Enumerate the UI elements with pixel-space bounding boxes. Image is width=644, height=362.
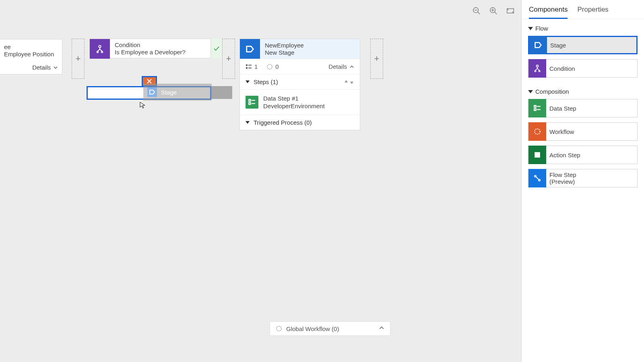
fit-screen-icon[interactable] <box>506 6 515 16</box>
plus-icon: + <box>76 53 81 64</box>
flow-step-label: Flow Step (Preview) <box>546 171 576 185</box>
workflow-count: 0 <box>266 63 279 70</box>
svg-rect-16 <box>246 67 248 69</box>
flow-step-icon <box>528 169 546 187</box>
drop-zone[interactable]: + <box>370 39 383 79</box>
component-workflow[interactable]: Workflow <box>528 122 638 141</box>
tab-properties[interactable]: Properties <box>577 6 608 19</box>
svg-point-12 <box>101 51 103 53</box>
svg-rect-15 <box>246 64 248 66</box>
condition-question: Is Employee a Developer? <box>115 49 186 56</box>
designer-canvas[interactable]: ee Employee Position Details + Condition… <box>0 0 521 362</box>
svg-point-25 <box>537 65 539 67</box>
component-stage[interactable]: Stage <box>528 36 638 54</box>
chevron-up-icon <box>379 325 384 332</box>
svg-point-32 <box>535 129 540 134</box>
svg-rect-20 <box>249 99 251 101</box>
action-step-icon <box>528 146 546 164</box>
stage-title: ee Employee Position <box>0 39 62 58</box>
stage-subtitle: New Stage <box>265 49 304 56</box>
steps-header[interactable]: Steps (1) <box>246 78 278 85</box>
svg-point-27 <box>539 70 540 72</box>
component-action-step[interactable]: Action Step <box>528 146 638 164</box>
side-panel: Components Properties Flow Stage Conditi… <box>521 0 644 362</box>
svg-point-10 <box>99 45 101 47</box>
stage-icon <box>147 87 157 97</box>
svg-line-1 <box>478 12 480 14</box>
component-data-step[interactable]: Data Step <box>528 99 638 117</box>
data-step-icon <box>246 96 258 109</box>
stage-name: NewEmployee <box>265 42 304 49</box>
global-workflow-label: Global Workflow (0) <box>286 325 339 332</box>
condition-label: Condition <box>115 41 186 49</box>
svg-point-24 <box>277 326 281 331</box>
drop-zone[interactable]: + <box>72 39 85 79</box>
zoom-out-icon[interactable] <box>472 6 481 16</box>
svg-rect-21 <box>249 103 251 105</box>
global-workflow-bar[interactable]: Global Workflow (0) <box>270 321 390 336</box>
step-title: Data Step #1 <box>263 95 325 102</box>
stage-icon <box>240 39 260 59</box>
stage-node-expanded[interactable]: NewEmployee New Stage 1 0 Details <box>239 39 360 130</box>
canvas-toolbar <box>472 6 515 16</box>
section-composition[interactable]: Composition <box>522 82 644 99</box>
drag-ghost-label: Stage <box>161 89 177 96</box>
svg-point-19 <box>267 64 272 69</box>
zoom-in-icon[interactable] <box>489 6 498 16</box>
section-flow[interactable]: Flow <box>522 19 644 36</box>
drag-target-highlight: Stage <box>87 86 211 100</box>
step-subtitle: DeveloperEnvironment <box>263 102 325 110</box>
svg-point-11 <box>97 51 99 53</box>
triggered-process-header[interactable]: Triggered Process (0) <box>246 119 312 126</box>
details-toggle[interactable]: Details <box>328 63 354 70</box>
details-toggle[interactable]: Details <box>32 64 58 71</box>
drop-zone[interactable]: + <box>222 39 235 79</box>
stage-node-partial[interactable]: ee Employee Position Details <box>0 39 62 74</box>
component-condition[interactable]: Condition <box>528 59 638 78</box>
condition-node[interactable]: Condition Is Employee a Developer? <box>89 39 211 58</box>
data-step-icon <box>528 99 546 117</box>
stage-icon <box>529 36 547 54</box>
cursor-icon <box>139 101 147 110</box>
svg-rect-28 <box>534 105 536 107</box>
condition-true-indicator <box>211 39 222 58</box>
svg-rect-29 <box>534 109 536 111</box>
steps-count: 1 <box>246 63 258 70</box>
workflow-icon <box>528 122 546 141</box>
reorder-arrows[interactable] <box>344 79 354 85</box>
tab-components[interactable]: Components <box>529 6 568 19</box>
plus-icon: + <box>374 53 380 64</box>
svg-line-4 <box>495 12 497 14</box>
svg-point-26 <box>535 70 536 72</box>
condition-icon <box>90 39 110 59</box>
data-step-item[interactable]: Data Step #1 DeveloperEnvironment <box>240 89 360 115</box>
plus-icon: + <box>226 53 231 64</box>
component-flow-step[interactable]: Flow Step (Preview) <box>528 169 638 187</box>
condition-icon <box>528 59 546 78</box>
